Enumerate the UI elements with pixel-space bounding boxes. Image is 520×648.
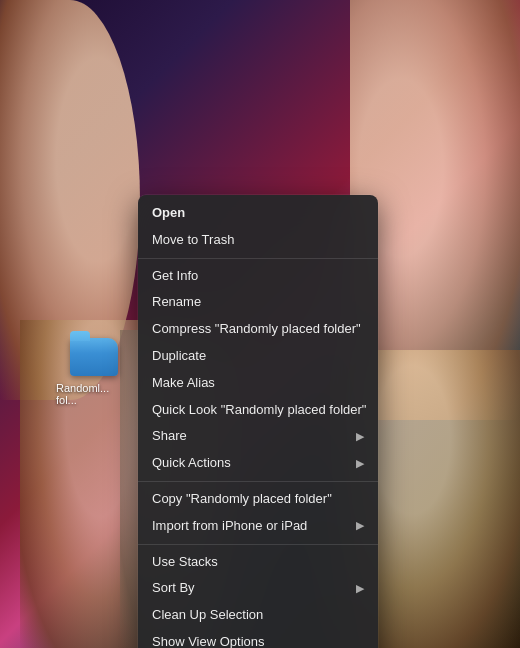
- menu-item-duplicate[interactable]: Duplicate: [138, 343, 378, 370]
- quick-actions-arrow: ▶: [356, 455, 364, 473]
- import-arrow: ▶: [356, 517, 364, 535]
- menu-item-sort-by[interactable]: Sort By ▶: [138, 575, 378, 602]
- menu-item-copy[interactable]: Copy "Randomly placed folder": [138, 486, 378, 513]
- menu-item-import[interactable]: Import from iPhone or iPad ▶: [138, 513, 378, 540]
- separator-1: [138, 258, 378, 259]
- sort-by-arrow: ▶: [356, 580, 364, 598]
- menu-item-rename[interactable]: Rename: [138, 289, 378, 316]
- menu-item-clean-up-selection[interactable]: Clean Up Selection: [138, 602, 378, 629]
- menu-item-open[interactable]: Open: [138, 200, 378, 227]
- menu-item-share[interactable]: Share ▶: [138, 423, 378, 450]
- menu-item-use-stacks[interactable]: Use Stacks: [138, 549, 378, 576]
- share-arrow: ▶: [356, 428, 364, 446]
- menu-item-move-to-trash[interactable]: Move to Trash: [138, 227, 378, 254]
- separator-3: [138, 544, 378, 545]
- context-menu: Open Move to Trash Get Info Rename Compr…: [138, 195, 378, 648]
- folder-label: Randoml... fol...: [56, 382, 116, 406]
- separator-2: [138, 481, 378, 482]
- menu-item-compress[interactable]: Compress "Randomly placed folder": [138, 316, 378, 343]
- menu-item-make-alias[interactable]: Make Alias: [138, 370, 378, 397]
- menu-item-quick-actions[interactable]: Quick Actions ▶: [138, 450, 378, 477]
- folder-shape: [70, 338, 118, 376]
- menu-item-quick-look[interactable]: Quick Look "Randomly placed folder": [138, 397, 378, 424]
- folder-icon[interactable]: [70, 338, 118, 376]
- menu-item-get-info[interactable]: Get Info: [138, 263, 378, 290]
- menu-item-show-view-options[interactable]: Show View Options: [138, 629, 378, 648]
